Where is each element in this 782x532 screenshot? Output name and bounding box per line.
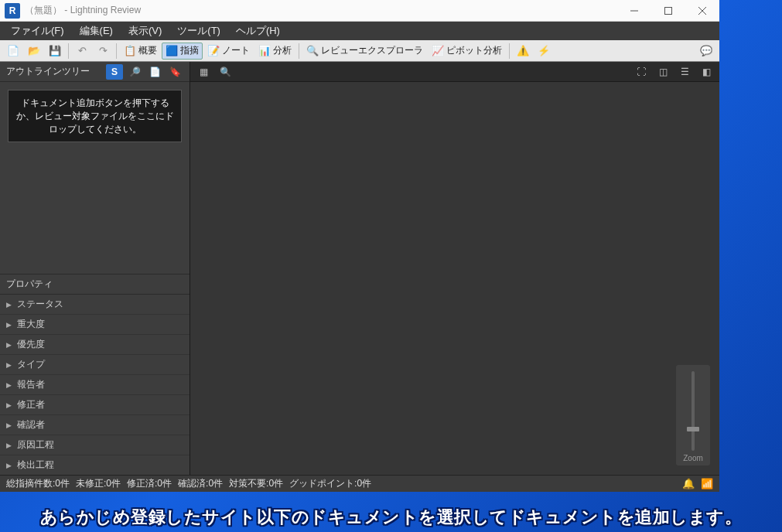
pivot-label: ピボット分析 <box>446 44 502 57</box>
doc-icon: 📋 <box>124 45 136 57</box>
list-icon: ☰ <box>681 66 689 77</box>
menu-file[interactable]: ファイル(F) <box>3 22 72 40</box>
prop-label: 確認者 <box>17 418 45 431</box>
menu-view[interactable]: 表示(V) <box>121 22 169 40</box>
open-button[interactable]: 📂 <box>24 43 44 60</box>
bookmark-icon: 🔖 <box>169 66 181 77</box>
overview-button[interactable]: 📋 概要 <box>120 43 161 60</box>
undo-icon: ↶ <box>76 45 88 57</box>
property-panel: プロパティ ▶ステータス ▶重大度 ▶優先度 ▶タイプ ▶報告者 ▶修正者 ▶確… <box>0 274 190 475</box>
bolt-icon: ⚡ <box>538 45 550 57</box>
doc-name: （無題） <box>25 5 62 15</box>
new-icon: 📄 <box>7 45 19 57</box>
fullscreen-icon: ⛶ <box>637 66 646 77</box>
status-unfixed: 未修正:0件 <box>76 477 121 490</box>
expand-button[interactable]: ▦ <box>195 64 212 80</box>
prop-label: 優先度 <box>17 338 45 351</box>
filter-button[interactable]: 🔎 <box>126 64 143 80</box>
content-area: ▦ 🔍 ⛶ ◫ ☰ ◧ Zoom <box>190 62 719 475</box>
bookmark-button[interactable]: 🔖 <box>166 64 183 80</box>
save-button[interactable]: 💾 <box>45 43 65 60</box>
maximize-button[interactable] <box>651 0 685 22</box>
main-area: アウトラインツリー S 🔎 📄 🔖 ドキュメント追加ボタンを押下するか、レビュー… <box>0 62 719 475</box>
list-view-button[interactable]: ☰ <box>676 64 693 80</box>
chart-icon: 📊 <box>258 45 271 57</box>
analysis-button[interactable]: 📊 分析 <box>254 43 295 60</box>
chevron-right-icon: ▶ <box>6 341 14 349</box>
menu-edit[interactable]: 編集(E) <box>72 22 121 40</box>
add-doc-icon: 📄 <box>149 66 161 77</box>
status-nofix: 対策不要:0件 <box>229 477 283 490</box>
note-icon: 📝 <box>207 45 220 57</box>
chevron-right-icon: ▶ <box>6 381 14 389</box>
split-h-button[interactable]: ◫ <box>654 64 671 80</box>
pivot-icon: 📈 <box>432 45 444 57</box>
chevron-right-icon: ▶ <box>6 442 14 449</box>
chat-icon: 💬 <box>700 45 712 57</box>
prop-label: タイプ <box>17 358 45 371</box>
window-controls <box>617 0 719 22</box>
status-total: 総指摘件数:0件 <box>6 477 70 490</box>
split-h-icon: ◫ <box>659 66 668 77</box>
document-viewport[interactable]: Zoom <box>190 82 719 475</box>
redo-button[interactable]: ↷ <box>93 43 113 60</box>
undo-button[interactable]: ↶ <box>72 43 92 60</box>
app-name: - Lightning Review <box>64 5 141 15</box>
pointout-button[interactable]: 🟦 指摘 <box>162 43 203 60</box>
pointout-label: 指摘 <box>180 44 199 57</box>
review-explorer-label: レビューエクスプローラ <box>321 44 423 57</box>
pivot-button[interactable]: 📈 ピボット分析 <box>428 43 506 60</box>
new-button[interactable]: 📄 <box>3 43 23 60</box>
app-window: R （無題） - Lightning Review ファイル(F) 編集(E) … <box>0 0 719 492</box>
outline-tree[interactable]: ドキュメント追加ボタンを押下するか、レビュー対象ファイルをここにドロップしてくだ… <box>0 82 190 274</box>
chevron-right-icon: ▶ <box>6 462 14 469</box>
prop-cause-process[interactable]: ▶原因工程 <box>0 435 190 455</box>
zoom-track[interactable] <box>692 371 695 451</box>
prop-priority[interactable]: ▶優先度 <box>0 335 190 355</box>
prop-severity[interactable]: ▶重大度 <box>0 315 190 335</box>
menu-tool[interactable]: ツール(T) <box>169 22 228 40</box>
zoom-thumb[interactable] <box>687 427 699 431</box>
prop-label: 原因工程 <box>17 438 54 452</box>
grid-icon: ▦ <box>200 66 208 77</box>
search-button[interactable]: 🔍 <box>217 64 234 80</box>
content-toolbar: ▦ 🔍 ⛶ ◫ ☰ ◧ <box>190 62 719 82</box>
bell-icon[interactable]: 🔔 <box>682 478 695 489</box>
prop-label: 検出工程 <box>17 459 54 472</box>
warning-button[interactable]: ⚠️ <box>513 43 533 60</box>
separator <box>509 43 510 59</box>
bolt-button[interactable]: ⚡ <box>534 43 554 60</box>
add-doc-button[interactable]: 📄 <box>146 64 163 80</box>
status-good: グッドポイント:0件 <box>289 477 371 490</box>
close-button[interactable] <box>685 0 719 22</box>
overview-label: 概要 <box>138 44 157 57</box>
signal-icon[interactable]: 📶 <box>701 478 713 489</box>
status-bar: 総指摘件数:0件 未修正:0件 修正済:0件 確認済:0件 対策不要:0件 グッ… <box>0 475 719 492</box>
flag-icon: 🟦 <box>166 45 178 57</box>
prop-label: 修正者 <box>17 398 45 411</box>
warning-icon: ⚠️ <box>517 45 529 57</box>
outline-title: アウトラインツリー <box>6 65 90 78</box>
prop-confirmer[interactable]: ▶確認者 <box>0 415 190 435</box>
sharepoint-button[interactable]: S <box>106 64 123 80</box>
note-button[interactable]: 📝 ノート <box>203 43 254 60</box>
prop-detect-process[interactable]: ▶検出工程 <box>0 455 190 475</box>
prop-status[interactable]: ▶ステータス <box>0 295 190 315</box>
chevron-right-icon: ▶ <box>6 361 14 369</box>
minimize-button[interactable] <box>617 0 651 22</box>
property-list[interactable]: ▶ステータス ▶重大度 ▶優先度 ▶タイプ ▶報告者 ▶修正者 ▶確認者 ▶原因… <box>0 295 190 475</box>
prop-type[interactable]: ▶タイプ <box>0 355 190 375</box>
review-explorer-button[interactable]: 🔍 レビューエクスプローラ <box>302 43 427 60</box>
prop-fixer[interactable]: ▶修正者 <box>0 395 190 415</box>
side-panel-button[interactable]: ◧ <box>698 64 715 80</box>
chat-button[interactable]: 💬 <box>696 43 716 60</box>
search-icon: 🔍 <box>220 66 231 77</box>
chevron-right-icon: ▶ <box>6 301 14 309</box>
open-icon: 📂 <box>28 45 40 57</box>
fullscreen-button[interactable]: ⛶ <box>633 64 650 80</box>
prop-label: 重大度 <box>17 318 45 331</box>
separator <box>68 43 69 59</box>
prop-reporter[interactable]: ▶報告者 <box>0 375 190 395</box>
menu-help[interactable]: ヘルプ(H) <box>228 22 288 40</box>
zoom-slider[interactable]: Zoom <box>676 365 710 466</box>
